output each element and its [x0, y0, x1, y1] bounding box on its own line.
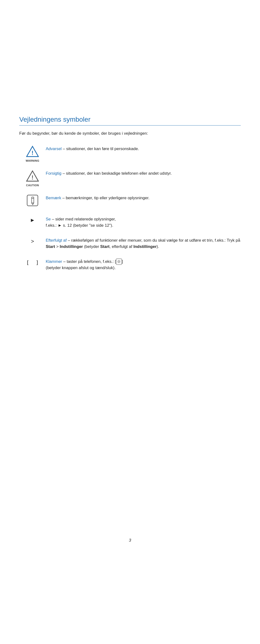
brackets-separator: –: [62, 259, 67, 264]
see-term: Se: [46, 217, 51, 222]
caution-label: CAUTION: [26, 184, 39, 187]
arrow-right-icon: ►: [30, 217, 35, 223]
symbol-text-followed-by: Efterfulgt af – rækkefølgen af funktione…: [46, 236, 241, 250]
followed-by-separator: –: [67, 238, 71, 242]
symbol-row-caution: ! CAUTION Forsigtig – situationer, der k…: [19, 169, 241, 187]
note-separator: –: [61, 196, 66, 200]
symbol-row-warning: ! WARNING Advarsel – situationer, der ka…: [19, 144, 241, 162]
warning-triangle-icon: !: [26, 145, 39, 158]
key-icon: ⊙: [116, 258, 122, 265]
page: Vejledningens symboler Før du begynder, …: [0, 0, 260, 644]
followed-by-description: rækkefølgen af funktioner eller menuer, …: [46, 238, 240, 249]
symbol-cell-caution: ! CAUTION: [19, 169, 46, 187]
symbol-cell-warning: ! WARNING: [19, 144, 46, 162]
symbol-row-see: ► Se – sider med relaterede oplysninger,…: [19, 215, 241, 229]
content-area: Vejledningens symboler Før du begynder, …: [19, 116, 241, 278]
symbol-text-brackets: Klammer – taster på telefonen, f.eks.: […: [46, 257, 241, 271]
note-pencil-icon: [26, 194, 38, 206]
symbol-text-warning: Advarsel – situationer, der kan føre til…: [46, 144, 241, 152]
symbol-cell-see: ►: [19, 215, 46, 223]
section-title: Vejledningens symboler: [19, 116, 241, 126]
symbol-text-see: Se – sider med relaterede oplysninger,f.…: [46, 215, 241, 229]
greater-than-icon: >: [31, 238, 34, 244]
symbol-row-brackets: [ ] Klammer – taster på telefonen, f.eks…: [19, 257, 241, 272]
svg-text:!: !: [31, 174, 33, 180]
svg-rect-5: [31, 197, 34, 203]
brackets-icon: [ ]: [26, 260, 39, 266]
caution-separator: –: [61, 171, 66, 176]
symbol-row-followed-by: > Efterfulgt af – rækkefølgen af funktio…: [19, 236, 241, 250]
note-description: bemærkninger, tip eller yderligere oplys…: [66, 196, 150, 200]
symbol-cell-followed-by: >: [19, 236, 46, 244]
symbol-text-caution: Forsigtig – situationer, der kan beskadi…: [46, 169, 241, 176]
warning-separator: –: [62, 146, 66, 151]
symbol-cell-note: [19, 194, 46, 206]
page-number: 3: [129, 538, 131, 543]
brackets-term: Klammer: [46, 259, 62, 264]
warning-term: Advarsel: [46, 146, 62, 151]
warning-label: WARNING: [26, 159, 39, 162]
intro-text: Før du begynder, bør du kende de symbole…: [19, 130, 241, 136]
symbol-text-note: Bemærk – bemærkninger, tip eller yderlig…: [46, 194, 241, 201]
note-term: Bemærk: [46, 196, 61, 200]
svg-text:!: !: [31, 150, 33, 156]
symbol-cell-brackets: [ ]: [19, 257, 46, 266]
warning-description: situationer, der kan føre til personskad…: [66, 146, 139, 151]
followed-by-term: Efterfulgt af: [46, 238, 67, 242]
caution-term: Forsigtig: [46, 171, 61, 176]
see-description: sider med relaterede oplysninger,f.eks.:…: [46, 217, 116, 228]
caution-description: situationer, der kan beskadige telefonen…: [66, 171, 172, 176]
caution-triangle-icon: !: [26, 170, 39, 183]
symbol-row-note: Bemærk – bemærkninger, tip eller yderlig…: [19, 194, 241, 208]
see-separator: –: [51, 217, 55, 222]
svg-marker-6: [31, 203, 34, 204]
